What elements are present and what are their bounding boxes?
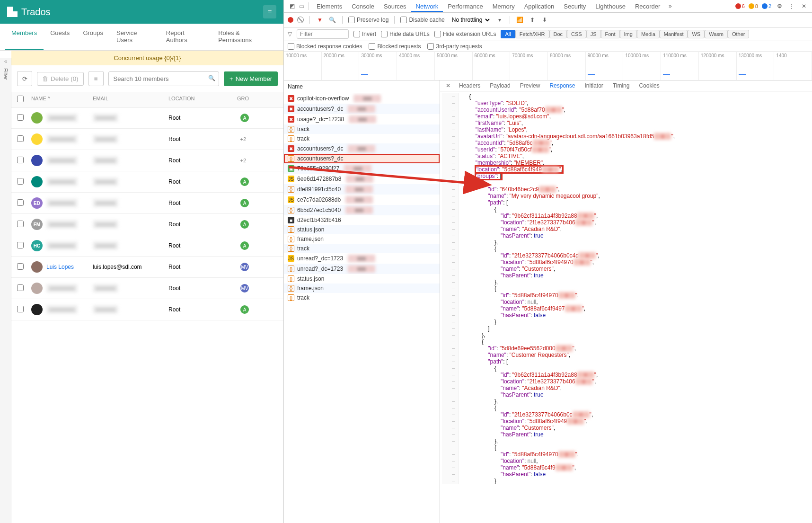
type-filter-ws[interactable]: WS — [688, 30, 705, 38]
table-row[interactable]: xxxxxxxxxxxxxxxxRoot+2 — [11, 129, 283, 150]
hide-data-urls[interactable]: Hide data URLs — [381, 31, 430, 37]
devtools-tab-lighthouse[interactable]: Lighthouse — [591, 1, 630, 12]
request-row[interactable]: ✖accountusers?_dcxxx — [284, 143, 440, 154]
devtools-tab-sources[interactable]: Sources — [379, 1, 411, 12]
settings-icon[interactable]: ⚙ — [775, 2, 784, 10]
close-devtools-icon[interactable]: ✕ — [800, 2, 808, 10]
type-filter-media[interactable]: Media — [637, 30, 660, 38]
type-filter-fetch-xhr[interactable]: Fetch/XHR — [515, 30, 549, 38]
devtools-tab-recorder[interactable]: Recorder — [630, 1, 665, 12]
row-checkbox[interactable] — [17, 242, 24, 248]
table-row[interactable]: xxxxxxxxxxxxxxxxRootA — [11, 107, 283, 129]
kebab-icon[interactable]: ⋮ — [787, 2, 796, 10]
request-row[interactable]: ✖usage?_dc=17238xxx — [284, 114, 440, 124]
blocked-cookies[interactable]: Blocked response cookies — [288, 43, 362, 50]
waterfall-timeline[interactable]: 10000 ms20000 ms30000 ms40000 ms50000 ms… — [284, 52, 812, 80]
export-har-icon[interactable]: ⬇ — [540, 16, 549, 24]
more-tabs-icon[interactable]: » — [666, 2, 674, 10]
close-detail-icon[interactable]: ✕ — [442, 80, 454, 91]
row-checkbox[interactable] — [17, 199, 24, 206]
row-checkbox[interactable] — [17, 263, 24, 270]
detail-tab-payload[interactable]: Payload — [485, 80, 515, 92]
new-member-button[interactable]: + New Member — [224, 71, 278, 86]
tab-report-authors[interactable]: Report Authors — [159, 24, 212, 50]
blocked-requests[interactable]: Blocked requests — [369, 43, 421, 50]
device-toggle-icon[interactable]: ▭ — [297, 2, 306, 10]
tab-groups[interactable]: Groups — [76, 24, 110, 50]
type-filter-font[interactable]: Font — [601, 30, 620, 38]
table-row[interactable]: EDxxxxxxxxxxxxxxxxRootA — [11, 193, 283, 214]
devtools-tab-console[interactable]: Console — [347, 1, 379, 12]
table-row[interactable]: xxxxxxxxxxxxxxxxRoot+2 — [11, 150, 283, 171]
row-checkbox[interactable] — [17, 135, 24, 142]
table-row[interactable]: FMxxxxxxxxxxxxxxxxRootA — [11, 214, 283, 235]
filter-toggle-icon[interactable]: ▼ — [316, 16, 324, 24]
detail-tab-cookies[interactable]: Cookies — [634, 80, 664, 92]
error-count[interactable]: 6 — [735, 3, 745, 9]
request-row[interactable]: ■d2ecf1b432fb416 — [284, 215, 440, 225]
col-name[interactable]: NAME ^ — [31, 96, 93, 103]
tab-roles[interactable]: Roles & Permissions — [212, 24, 279, 50]
detail-tab-headers[interactable]: Headers — [454, 80, 485, 92]
tab-members[interactable]: Members — [5, 24, 44, 50]
row-checkbox[interactable] — [17, 114, 24, 121]
row-checkbox[interactable] — [17, 157, 24, 163]
clear-button[interactable] — [297, 17, 304, 23]
request-row[interactable]: {}accountusers?_dc — [284, 154, 440, 163]
type-filter-js[interactable]: JS — [586, 30, 601, 38]
row-checkbox[interactable] — [17, 284, 24, 291]
invert-check[interactable]: Invert — [353, 31, 376, 37]
disable-cache[interactable]: Disable cache — [400, 17, 444, 23]
table-row[interactable]: HCxxxxxxxxxxxxxxxxRootA — [11, 235, 283, 257]
preserve-log[interactable]: Preserve log — [348, 17, 388, 23]
request-row[interactable]: {}unread?_dc=1723xxx — [284, 264, 440, 274]
type-filter-img[interactable]: Img — [620, 30, 637, 38]
info-count[interactable]: 2 — [762, 3, 771, 9]
list-options-button[interactable]: ≡ — [88, 71, 104, 86]
col-groups[interactable]: GRO — [225, 96, 249, 103]
network-conditions-icon[interactable]: 📶 — [516, 16, 524, 24]
request-row[interactable]: {}track — [284, 244, 440, 253]
request-row[interactable]: ▣76b655c9290f27xxx — [284, 163, 440, 174]
table-row[interactable]: xxxxxxxxxxxxxxxxRootA — [11, 299, 283, 320]
request-row[interactable]: JSunread?_dc=1723xxx — [284, 253, 440, 264]
col-location[interactable]: LOCATION — [168, 96, 225, 103]
devtools-tab-performance[interactable]: Performance — [443, 1, 487, 12]
request-row[interactable]: ✖copilot-icon-overflowxxx — [284, 93, 440, 104]
request-row[interactable]: {}status.json — [284, 274, 440, 284]
name-header[interactable]: Name — [284, 80, 440, 93]
devtools-tab-security[interactable]: Security — [559, 1, 591, 12]
devtools-tab-elements[interactable]: Elements — [312, 1, 347, 12]
tab-guests[interactable]: Guests — [44, 24, 76, 50]
inspect-icon[interactable]: ◩ — [288, 2, 296, 10]
detail-tab-initiator[interactable]: Initiator — [580, 80, 608, 92]
request-row[interactable]: {}frame.json — [284, 284, 440, 293]
filter-sidebar[interactable]: Filter — [0, 58, 11, 523]
row-checkbox[interactable] — [17, 178, 24, 185]
hamburger-button[interactable]: ≡ — [263, 5, 276, 18]
detail-tab-preview[interactable]: Preview — [515, 80, 545, 92]
row-checkbox[interactable] — [17, 221, 24, 227]
filter-input[interactable] — [297, 29, 349, 39]
type-filter-manifest[interactable]: Manifest — [660, 30, 688, 38]
search-input[interactable] — [108, 71, 220, 86]
type-filter-other[interactable]: Other — [728, 30, 750, 38]
hide-ext-urls[interactable]: Hide extension URLs — [434, 31, 496, 37]
request-row[interactable]: JS6ee6d1472887b8xxx — [284, 174, 440, 184]
type-filter-doc[interactable]: Doc — [549, 30, 567, 38]
type-filter-css[interactable]: CSS — [567, 30, 586, 38]
request-row[interactable]: {}track — [284, 124, 440, 134]
request-row[interactable]: {}status.json — [284, 225, 440, 234]
select-all-checkbox[interactable] — [17, 96, 24, 102]
table-row[interactable]: xxxxxxxxxxxxxxxxRootMV — [11, 278, 283, 299]
detail-tab-timing[interactable]: Timing — [608, 80, 635, 92]
request-row[interactable]: ✖accountusers?_dcxxx — [284, 104, 440, 114]
request-row[interactable]: JSce7c7da02688dbxxx — [284, 195, 440, 205]
col-email[interactable]: EMAIL — [93, 96, 168, 103]
devtools-tab-network[interactable]: Network — [411, 1, 443, 12]
devtools-tab-memory[interactable]: Memory — [488, 1, 520, 12]
table-row[interactable]: xxxxxxxxxxxxxxxxRootA — [11, 171, 283, 193]
request-row[interactable]: {}6b5d27ec1c5040xxx — [284, 205, 440, 215]
row-checkbox[interactable] — [17, 306, 24, 312]
request-row[interactable]: {}track — [284, 134, 440, 143]
